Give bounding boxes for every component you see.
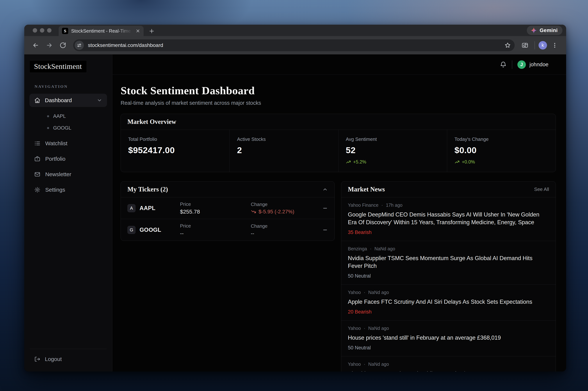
change-label: Change <box>251 223 318 229</box>
bookmark-star-icon[interactable] <box>504 42 511 49</box>
sidebar-item-dashboard[interactable]: Dashboard <box>29 94 107 107</box>
see-all-link[interactable]: See All <box>534 187 549 192</box>
url-text[interactable]: stocksentimentai.com/dashboard <box>88 42 504 48</box>
news-headline[interactable]: Nvidia Supplier TSMC Sees Momentum Surge… <box>348 254 546 270</box>
collapse-chevron-up-icon[interactable] <box>322 187 328 192</box>
gemini-button[interactable]: Gemini <box>527 26 562 35</box>
news-headline[interactable]: Should You Buy Apple Stock While It's Un… <box>348 370 546 372</box>
news-item[interactable]: Benzinga · NaNd ago Nvidia Supplier TSMC… <box>341 241 556 285</box>
news-headline[interactable]: Google DeepMind CEO Demis Hassabis Says … <box>348 211 546 226</box>
remove-ticker-icon[interactable] <box>318 205 328 211</box>
news-sentiment-badge: 50 Neutral <box>348 273 549 279</box>
stat-label: Avg Sentiment <box>346 136 440 142</box>
stat-value: 52 <box>346 145 440 155</box>
browser-window: S StockSentiment - Real-Time S <box>24 25 566 372</box>
change-value: -- <box>251 230 318 236</box>
browser-profile-avatar[interactable]: k <box>538 41 547 50</box>
subnav-label: AAPL <box>53 113 66 119</box>
new-tab-button[interactable] <box>149 28 155 34</box>
nav-section-label: NAVIGATION <box>35 84 107 89</box>
browser-tab-active[interactable]: S StockSentiment - Real-Time S <box>59 26 144 36</box>
user-avatar: J <box>518 60 526 69</box>
news-source: Yahoo <box>348 326 361 331</box>
news-meta: Yahoo · NaNd ago <box>348 326 549 331</box>
ticker-row-aapl[interactable]: A AAPL Price $255.78 Change <box>121 197 334 219</box>
sidebar: StockSentiment NAVIGATION Dashboard AAPL <box>24 55 112 372</box>
notifications-bell-icon[interactable] <box>500 61 507 68</box>
chevron-down-icon <box>97 98 102 103</box>
url-bar[interactable]: stocksentimentai.com/dashboard <box>73 39 515 51</box>
news-time: NaNd ago <box>375 246 395 251</box>
meta-separator: · <box>370 246 371 251</box>
change-value: $-5.95 (-2.27%) <box>251 209 318 215</box>
site-settings-icon[interactable] <box>75 41 84 50</box>
news-item[interactable]: Yahoo · NaNd ago Should You Buy Apple St… <box>341 356 556 372</box>
sidebar-item-watchlist[interactable]: Watchlist <box>29 136 107 151</box>
news-source: Yahoo <box>348 362 361 367</box>
app-header: J johndoe <box>112 55 566 75</box>
gemini-sparkle-icon <box>530 27 537 34</box>
news-headline[interactable]: Apple Faces FTC Scrutiny And AI Siri Del… <box>348 298 546 306</box>
gemini-label: Gemini <box>540 27 558 33</box>
page-subtitle: Real-time analysis of market sentiment a… <box>121 100 556 106</box>
sidebar-item-aapl[interactable]: AAPL <box>29 110 107 122</box>
tab-favicon: S <box>62 28 68 34</box>
briefcase-icon <box>34 156 40 162</box>
trending-up-icon <box>455 159 460 165</box>
minimize-window-button[interactable] <box>40 28 44 33</box>
forward-icon[interactable] <box>43 39 55 51</box>
meta-separator: · <box>364 290 365 295</box>
bullet-icon <box>47 127 49 129</box>
ticker-price-group: Price $255.78 <box>180 201 251 215</box>
stat-change-value: +0.0% <box>462 159 475 165</box>
market-news-title: Market News <box>348 186 385 193</box>
ticker-symbol: GOOGL <box>139 227 161 233</box>
ticker-price-group: Price -- <box>180 223 251 237</box>
news-headline[interactable]: House prices 'stand still' in February a… <box>348 334 546 342</box>
news-meta: Yahoo Finance · 17h ago <box>348 202 549 208</box>
price-value: $255.78 <box>180 208 251 215</box>
reload-icon[interactable] <box>57 39 69 51</box>
sidebar-item-portfolio[interactable]: Portfolio <box>29 151 107 167</box>
browser-menu-icon[interactable] <box>549 39 561 51</box>
ticker-change-group: Change -- <box>251 223 318 236</box>
stat-label: Active Stocks <box>237 136 331 142</box>
tab-close-icon[interactable] <box>135 28 140 33</box>
sidebar-item-googl[interactable]: GOOGL <box>29 122 107 134</box>
sidebar-item-newsletter[interactable]: Newsletter <box>29 167 107 182</box>
sidebar-item-label: Portfolio <box>45 156 65 162</box>
news-item[interactable]: Yahoo Finance · 17h ago Google DeepMind … <box>341 197 556 241</box>
back-icon[interactable] <box>30 39 42 51</box>
subnav-label: GOOGL <box>53 125 71 131</box>
close-window-button[interactable] <box>33 28 37 33</box>
sidebar-item-label: Dashboard <box>45 97 92 103</box>
logout-icon <box>34 356 40 362</box>
news-time: 17h ago <box>386 202 402 208</box>
ticker-row-googl[interactable]: G GOOGL Price -- Change -- <box>121 219 334 241</box>
stat-value: $0.00 <box>455 145 548 155</box>
price-value: -- <box>180 230 251 237</box>
news-item[interactable]: Yahoo · NaNd ago House prices 'stand sti… <box>341 320 556 356</box>
user-menu[interactable]: J johndoe <box>518 60 548 69</box>
logout-button[interactable]: Logout <box>29 354 107 364</box>
stat-label: Today's Change <box>455 136 548 142</box>
ticker-symbol: AAPL <box>139 205 155 211</box>
app-logo[interactable]: StockSentiment <box>29 60 87 73</box>
maximize-window-button[interactable] <box>47 28 52 33</box>
header-separator <box>512 60 512 69</box>
my-tickers-header: My Tickers (2) <box>121 182 334 197</box>
tab-search-panel-icon[interactable] <box>519 39 531 51</box>
news-meta: Benzinga · NaNd ago <box>348 246 549 251</box>
stat-change-value: +5.2% <box>353 159 366 165</box>
price-label: Price <box>180 223 251 229</box>
ticker-avatar: G <box>128 226 135 234</box>
sidebar-divider <box>30 349 107 349</box>
my-tickers-title: My Tickers (2) <box>128 186 168 193</box>
remove-ticker-icon[interactable] <box>318 227 328 233</box>
browser-tabstrip: S StockSentiment - Real-Time S <box>24 25 566 36</box>
sidebar-item-settings[interactable]: Settings <box>29 182 107 197</box>
change-text: $-5.95 (-2.27%) <box>259 209 294 215</box>
news-meta: Yahoo · NaNd ago <box>348 362 549 367</box>
news-item[interactable]: Yahoo · NaNd ago Apple Faces FTC Scrutin… <box>341 285 556 320</box>
envelope-icon <box>34 171 40 178</box>
